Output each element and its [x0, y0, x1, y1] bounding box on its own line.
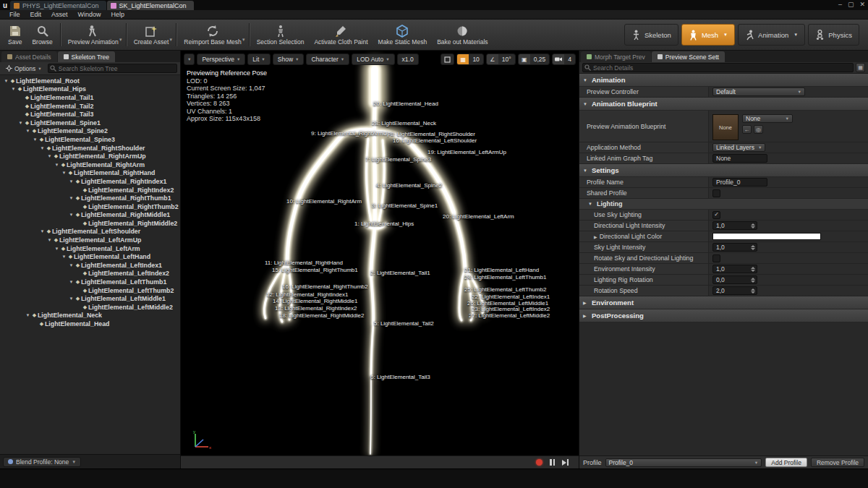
tree-item-lightelemental-leftindex1[interactable]: ▼◆LightElemental_LeftIndex1	[0, 261, 180, 270]
tree-item-lightelemental-leftshoulder[interactable]: ▼◆LightElemental_LeftShoulder	[0, 228, 180, 236]
section-header-environment[interactable]: ▶Environment	[579, 296, 868, 309]
preview-animation-button[interactable]: Preview Animation ▼	[63, 20, 124, 49]
tree-item-lightelemental-rightshoulder[interactable]: ▼◆LightElemental_RightShoulder	[0, 144, 180, 153]
tree-item-lightelemental-neck[interactable]: ▼◆LightElemental_Neck	[0, 312, 180, 320]
section-expander-icon[interactable]: ▼	[583, 102, 589, 106]
tree-item-lightelemental-tail3[interactable]: ◆LightElemental_Tail3	[0, 110, 180, 119]
spinner-arrows[interactable]	[751, 278, 755, 283]
tree-item-lightelemental-leftindex2[interactable]: ◆LightElemental_LeftIndex2	[0, 270, 180, 278]
asset-tab-sk[interactable]: SK_LightElementalCon	[107, 1, 194, 10]
menu-window[interactable]: Window	[73, 11, 106, 18]
tree-item-lightelemental-leftmiddle1[interactable]: ▼◆LightElemental_LeftMiddle1	[0, 294, 180, 303]
animation-mode-button[interactable]: Animation ▼	[738, 24, 805, 46]
sky-light-intensity-number-field[interactable]: 1,0	[712, 243, 757, 252]
section-header-animation-blueprint[interactable]: ▼Animation Blueprint	[579, 98, 868, 111]
viewport-options-button[interactable]: ▼	[184, 53, 195, 65]
spinner-arrows[interactable]	[751, 223, 755, 228]
expander-icon[interactable]: ▼	[68, 213, 75, 217]
expander-icon[interactable]: ▼	[46, 154, 53, 158]
show-button[interactable]: Show▼	[273, 53, 305, 65]
subsection-lighting[interactable]: ▼Lighting	[579, 199, 868, 210]
tree-item-lightelemental-rightindex1[interactable]: ▼◆LightElemental_RightIndex1	[0, 177, 180, 186]
environment-intensity-number-field[interactable]: 1,0	[712, 265, 757, 273]
playback-speed-button[interactable]: x1.0	[397, 53, 419, 65]
asset-dropdown[interactable]: None▼	[742, 114, 793, 123]
tab-asset-details[interactable]: Asset Details	[1, 51, 57, 62]
preview-controller-dropdown[interactable]: Default▼	[712, 87, 805, 96]
tree-item-lightelemental-leftthumb2[interactable]: ◆LightElemental_LeftThumb2	[0, 286, 180, 295]
tree-item-lightelemental-spine2[interactable]: ▼◆LightElemental_Spine2	[0, 127, 180, 136]
shared-profile-checkbox[interactable]	[712, 189, 720, 197]
expander-icon[interactable]: ▼	[68, 296, 75, 301]
tree-item-lightelemental-leftarmup[interactable]: ▼◆LightElemental_LeftArmUp	[0, 236, 180, 244]
menu-edit[interactable]: Edit	[25, 11, 47, 18]
minimize-button[interactable]: –	[838, 1, 842, 8]
options-button[interactable]: Options ▼	[3, 64, 45, 73]
scale-snap-icon[interactable]: ▣	[519, 53, 530, 65]
section-header-settings[interactable]: ▼Settings	[579, 164, 868, 177]
profile-name-field[interactable]: Profile_0	[712, 178, 767, 187]
bake-out-materials-button[interactable]: Bake out Materials	[432, 20, 493, 49]
profile-dropdown[interactable]: Profile_0 ▼	[605, 458, 762, 467]
tree-item-lightelemental-leftarm[interactable]: ▼◆LightElemental_LeftArm	[0, 244, 180, 253]
remove-profile-button[interactable]: Remove Profile	[811, 458, 864, 467]
rotation-snap-control[interactable]: ∠ 10°	[486, 53, 516, 65]
menu-help[interactable]: Help	[106, 11, 130, 18]
tree-item-lightelemental-rightmiddle1[interactable]: ▼◆LightElemental_RightMiddle1	[0, 211, 180, 220]
tab-morph-target-preview[interactable]: Morph Target Prev	[581, 51, 651, 62]
chevron-down-icon[interactable]: ▼	[119, 38, 123, 42]
close-button[interactable]: ✕	[859, 1, 865, 8]
tree-item-lightelemental-leftmiddle2[interactable]: ◆LightElemental_LeftMiddle2	[0, 303, 180, 312]
tab-skeleton-tree[interactable]: Skeleton Tree	[58, 51, 115, 62]
pause-button[interactable]	[550, 459, 555, 466]
tree-item-lightelemental-rightarmup[interactable]: ▼◆LightElemental_RightArmUp	[0, 152, 180, 160]
maximize-button[interactable]: ▢	[848, 1, 854, 8]
chevron-down-icon[interactable]: ▼	[793, 33, 798, 37]
rotation-snap-value[interactable]: 10°	[498, 53, 515, 65]
expander-icon[interactable]: ▼	[61, 254, 67, 259]
lighting-rig-rotation-number-field[interactable]: 0,0	[712, 275, 757, 284]
expander-icon[interactable]: ▼	[39, 229, 46, 234]
menu-asset[interactable]: Asset	[46, 11, 73, 18]
make-static-mesh-button[interactable]: Make Static Mesh	[373, 20, 433, 49]
spinner-arrows[interactable]	[751, 245, 755, 250]
grid-snap-value[interactable]: 10	[469, 53, 482, 65]
expander-icon[interactable]: ▼	[25, 313, 31, 317]
linked-anim-graph-tag-field[interactable]: None	[712, 154, 767, 163]
scale-snap-control[interactable]: ▣ 0,25	[518, 53, 550, 65]
scale-snap-value[interactable]: 0,25	[530, 53, 550, 65]
application-method-dropdown[interactable]: Linked Layers▼	[712, 143, 765, 152]
activate-cloth-paint-button[interactable]: Activate Cloth Paint	[309, 20, 373, 49]
tree-item-lightelemental-root[interactable]: ▼◆LightElemental_Root	[0, 77, 180, 85]
expander-icon[interactable]: ▼	[17, 121, 24, 125]
directional-light-intensity-number-field[interactable]: 1,0	[712, 221, 757, 230]
grid-snap-icon[interactable]: ▦	[457, 53, 469, 65]
lit-button[interactable]: Lit▼	[247, 53, 270, 65]
expander-icon[interactable]: ▼	[46, 238, 53, 242]
camera-speed-value[interactable]: 4	[564, 53, 575, 65]
tree-item-lightelemental-rightarm[interactable]: ▼◆LightElemental_RightArm	[0, 160, 180, 169]
rotation-speed-number-field[interactable]: 2,0	[712, 286, 757, 295]
tree-item-lightelemental-rightthumb2[interactable]: ◆LightElemental_RightThumb2	[0, 202, 180, 211]
physics-mode-button[interactable]: Physics	[808, 24, 859, 46]
chevron-down-icon[interactable]: ▼	[242, 38, 246, 42]
tree-item-lightelemental-rightthumb1[interactable]: ▼◆LightElemental_RightThumb1	[0, 194, 180, 202]
mesh-mode-button[interactable]: Mesh ▼	[681, 24, 735, 46]
tree-item-lightelemental-tail2[interactable]: ◆LightElemental_Tail2	[0, 102, 180, 111]
expander-icon[interactable]: ▼	[39, 146, 46, 150]
section-header-animation[interactable]: ▼Animation	[579, 74, 868, 87]
spinner-arrows[interactable]	[751, 288, 755, 294]
expander-icon[interactable]: ▼	[68, 263, 75, 267]
expander-icon[interactable]: ▼	[32, 137, 38, 142]
expander-icon[interactable]: ▼	[61, 171, 67, 175]
create-asset-button[interactable]: Create Asset ▼	[129, 20, 174, 49]
add-profile-button[interactable]: Add Profile	[765, 458, 807, 467]
chevron-down-icon[interactable]: ▼	[723, 33, 728, 37]
tree-item-lightelemental-spine3[interactable]: ▼◆LightElemental_Spine3	[0, 135, 180, 144]
rotation-snap-icon[interactable]: ∠	[487, 53, 498, 65]
menu-file[interactable]: File	[4, 11, 25, 18]
rotate-sky-and-directional-lighting-checkbox[interactable]	[712, 254, 720, 262]
section-expander-icon[interactable]: ▼	[583, 78, 589, 82]
expander-icon[interactable]: ▶	[594, 234, 597, 239]
section-expander-icon[interactable]: ▶	[583, 313, 589, 318]
